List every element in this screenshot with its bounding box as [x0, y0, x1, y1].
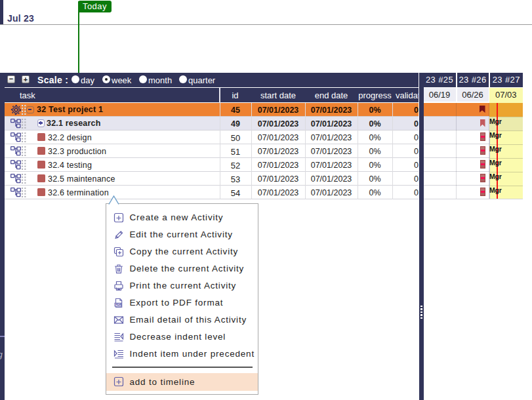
svg-text:PDF: PDF [115, 303, 121, 306]
